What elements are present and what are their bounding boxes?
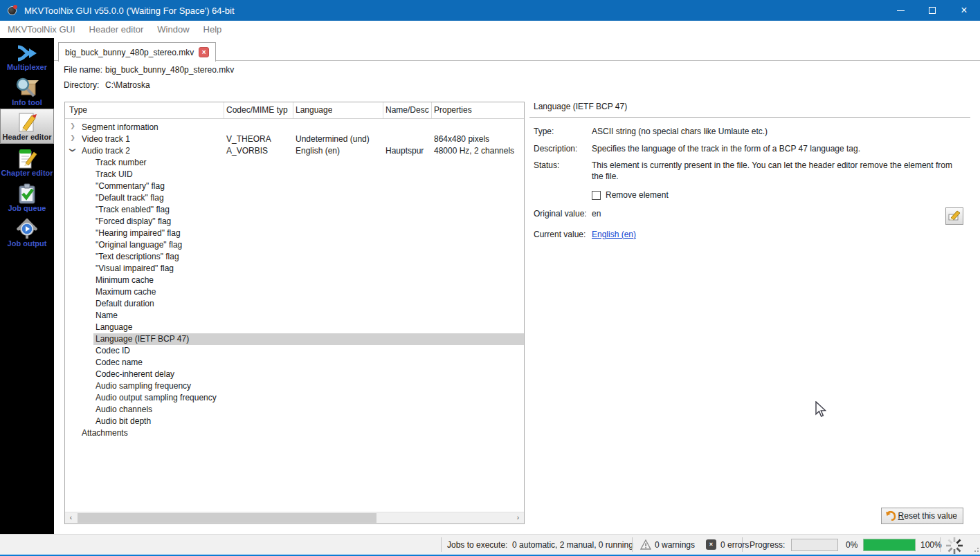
cell-type: "Visual impaired" flag xyxy=(94,263,174,273)
cell-type: Attachments xyxy=(80,428,128,438)
tree-row[interactable]: ❯ Audio track 2 A_VORBIS English (en) Ha… xyxy=(65,145,524,157)
tree-row[interactable]: Audio channels xyxy=(65,404,524,416)
errors-count: 0 errors xyxy=(720,540,749,550)
tree-row[interactable]: Language xyxy=(65,322,524,333)
menu-window[interactable]: Window xyxy=(150,21,196,38)
menu-mkvtoolnix-gui[interactable]: MKVToolNix GUI xyxy=(1,21,82,38)
column-header-properties[interactable]: Properties xyxy=(434,105,472,115)
current-value-link[interactable]: English (en) xyxy=(592,230,636,239)
tree-row[interactable]: "Visual impaired" flag xyxy=(65,263,524,275)
tab-close-icon[interactable]: × xyxy=(199,47,209,57)
tree-row[interactable]: "Forced display" flag xyxy=(65,216,524,228)
minimize-icon xyxy=(897,10,905,11)
directory-label: Directory: xyxy=(64,80,105,90)
close-button[interactable]: × xyxy=(948,0,980,21)
cell-type: Audio output sampling frequency xyxy=(94,393,217,402)
tree-row[interactable]: "Commentary" flag xyxy=(65,180,524,192)
tree-row[interactable]: Audio output sampling frequency xyxy=(65,392,524,404)
tree-row[interactable]: Codec-inherent delay xyxy=(65,369,524,380)
cell-type: Minimum cache xyxy=(94,275,154,285)
tree-row[interactable]: "Default track" flag xyxy=(65,192,524,204)
cell-type: "Text descriptions" flag xyxy=(94,252,179,261)
expander-icon[interactable]: ❯ xyxy=(69,145,76,155)
scroll-left-icon[interactable]: ‹ xyxy=(65,512,77,523)
cell-type: Audio track 2 xyxy=(80,146,130,156)
sidebar-item-job-output[interactable]: Job output xyxy=(0,214,54,250)
tree-row[interactable]: Track UID xyxy=(65,169,524,180)
remove-element-checkbox[interactable] xyxy=(592,191,601,200)
tree-row[interactable]: Codec ID xyxy=(65,345,524,357)
current-progress-percent: 0% xyxy=(846,540,858,550)
tree-row[interactable]: "Track enabled" flag xyxy=(65,204,524,216)
menu-help[interactable]: Help xyxy=(197,21,229,38)
resize-grip[interactable] xyxy=(972,545,979,552)
tree-row[interactable]: ❯ Segment information xyxy=(65,122,524,133)
column-header-name[interactable]: Name/Desc xyxy=(385,105,431,115)
tree-row[interactable]: Attachments xyxy=(65,427,524,439)
sidebar-item-chapter-editor[interactable]: Chapter editor xyxy=(0,144,54,179)
busy-spinner-icon xyxy=(945,537,963,556)
tree-row[interactable]: ❯ Video track 1 V_THEORA Undetermined (u… xyxy=(65,133,524,145)
reset-value-button[interactable]: Reset this value xyxy=(881,508,963,524)
tree-row[interactable]: Track number xyxy=(65,157,524,169)
tree-row[interactable]: Name xyxy=(65,310,524,322)
tree-row[interactable]: Audio bit depth xyxy=(65,416,524,427)
sidebar-item-multiplexer[interactable]: Multiplexer xyxy=(0,38,54,73)
status-value: This element is currently present in the… xyxy=(592,160,970,182)
tree-row[interactable]: Language (IETF BCP 47) xyxy=(65,333,524,345)
remove-element-label: Remove element xyxy=(606,190,669,200)
tree-row[interactable]: Minimum cache xyxy=(65,275,524,286)
job-output-icon xyxy=(17,217,37,239)
expander-icon[interactable]: ❯ xyxy=(68,134,78,141)
menu-header-editor[interactable]: Header editor xyxy=(82,21,151,38)
column-header-language[interactable]: Language xyxy=(296,105,332,115)
type-value: ASCII string (no special chars like Umla… xyxy=(592,127,970,138)
scroll-right-icon[interactable]: › xyxy=(512,512,524,523)
mouse-cursor xyxy=(815,401,827,420)
title-divider xyxy=(529,117,970,118)
tree-row[interactable]: Maximum cache xyxy=(65,286,524,298)
sidebar-item-job-queue[interactable]: Job queue xyxy=(0,179,54,214)
tree-row[interactable]: "Original language" flag xyxy=(65,239,524,251)
sidebar-item-label: Header editor xyxy=(3,133,52,141)
cell-type: Maximum cache xyxy=(94,287,156,297)
tree-row[interactable]: Audio sampling frequency xyxy=(65,380,524,392)
expander-icon[interactable]: ❯ xyxy=(68,122,78,129)
cell-properties: 864x480 pixels xyxy=(433,134,489,144)
column-header-type[interactable]: Type xyxy=(69,105,87,115)
total-progress-fill xyxy=(864,539,915,550)
scrollbar-thumb[interactable] xyxy=(78,513,376,523)
edit-value-button[interactable] xyxy=(945,207,963,225)
cell-codec: A_VORBIS xyxy=(225,146,268,156)
tree-rows: ❯ Segment information ❯ Video track 1 V_… xyxy=(65,120,524,512)
cell-type: "Forced display" flag xyxy=(94,216,171,226)
cell-language: Undetermined (und) xyxy=(294,134,370,144)
cell-type: Segment information xyxy=(80,122,158,132)
cell-type: Default duration xyxy=(94,299,154,308)
app-logo-icon xyxy=(7,5,18,16)
sidebar-item-info-tool[interactable]: Info tool xyxy=(0,73,54,109)
cell-type: Audio bit depth xyxy=(94,416,151,426)
pencil-icon xyxy=(948,210,961,223)
total-progress-percent: 100% xyxy=(920,540,942,550)
tab-label: big_buck_bunny_480p_stereo.mkv xyxy=(65,48,194,57)
tree-row[interactable]: Codec name xyxy=(65,357,524,369)
directory-value: C:\Matroska xyxy=(105,80,150,90)
column-header-codec[interactable]: Codec/MIME typ xyxy=(226,105,293,115)
total-progress-bar xyxy=(863,539,916,551)
sidebar-item-header-editor[interactable]: Header editor xyxy=(0,109,54,144)
horizontal-scrollbar[interactable]: ‹ › xyxy=(65,512,524,523)
warning-icon xyxy=(640,539,651,552)
tree-row[interactable]: "Text descriptions" flag xyxy=(65,251,524,263)
tree-row[interactable]: "Hearing impaired" flag xyxy=(65,228,524,239)
file-name-value: big_buck_bunny_480p_stereo.mkv xyxy=(105,65,234,75)
tree-row[interactable]: Default duration xyxy=(65,298,524,310)
info-tool-icon xyxy=(15,76,39,98)
maximize-button[interactable] xyxy=(916,0,948,21)
menu-bar: MKVToolNix GUI Header editor Window Help xyxy=(0,21,980,38)
cell-type: Audio channels xyxy=(94,405,152,414)
tab-big-buck-bunny[interactable]: big_buck_bunny_480p_stereo.mkv × xyxy=(58,42,216,62)
tree-header: Type Codec/MIME typ Language Name/Desc P… xyxy=(65,102,524,119)
minimize-button[interactable] xyxy=(884,0,916,21)
warnings-count: 0 warnings xyxy=(655,540,695,550)
